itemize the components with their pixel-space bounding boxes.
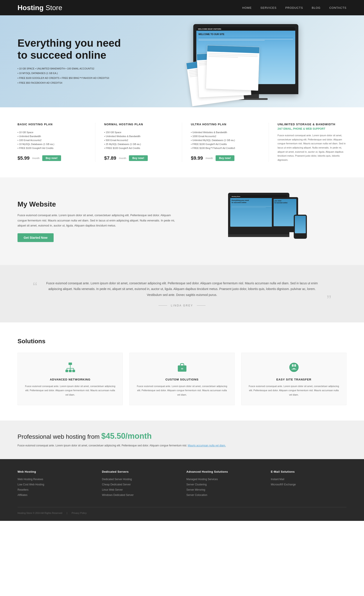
- footer-privacy-link[interactable]: Privacy Policy: [72, 512, 87, 514]
- footer-col-dedicated-servers: Dedicated Servers Dedicated Server Hosti…: [102, 470, 178, 498]
- pricing-divider-1: [95, 123, 95, 162]
- footer-link-managed-hosting[interactable]: Managed Hosting Services: [187, 478, 218, 481]
- footer-link-instant-mail[interactable]: Instant Mail: [271, 478, 284, 481]
- plan-normal-title: NORMAL HOSTING PLAN: [104, 123, 173, 126]
- monitor-screen-content: WELCOME DEAR VISITORS WELCOME TO OUR SIT…: [196, 27, 295, 43]
- footer-link-microsoft-exchange[interactable]: Microsoft® Exchange: [271, 483, 296, 486]
- testimonial-line-left: [159, 305, 167, 305]
- nav-blog[interactable]: BLOG: [312, 6, 320, 9]
- testimonial-author-name: LINDA GREY: [171, 304, 193, 307]
- solution-custom-title: CUSTOM SOLUTIONS: [136, 378, 228, 381]
- promo-subtitle: 24/7 EMAIL, PHONE & WEB SUPPORT: [277, 127, 347, 130]
- footer-copyright: Hosting Store © 2014 All Rights Reserved: [17, 512, 62, 514]
- promo-banner-body: Fusce euismod consequat ante. Lorem ipsu…: [17, 443, 347, 448]
- hero-content: Everything you need to succeed online • …: [17, 37, 121, 86]
- plan-basic-features: 10 GB Space Unlimited Bandwidth 100 Emai…: [17, 130, 87, 150]
- main-nav: HOME SERVICES PRODUCTS BLOG CONTACTS: [242, 6, 347, 9]
- promo-title: UNLIMITED STORAGE & BANDWIDTH: [277, 123, 347, 126]
- solution-transfer-title: EASY SITE TRANSFER: [248, 378, 340, 381]
- svg-rect-2: [69, 370, 72, 372]
- pricing-promo: UNLIMITED STORAGE & BANDWIDTH 24/7 EMAIL…: [277, 123, 347, 162]
- monitor-mockup: WELCOME DEAR VISITORS WELCOME TO OUR SIT…: [176, 20, 316, 103]
- footer-link-server-mirroring[interactable]: Server Mirroring: [187, 488, 205, 491]
- footer-col-web-hosting-heading: Web Hosting: [17, 470, 93, 473]
- logo-bold: Hosting: [17, 4, 44, 12]
- solutions-heading: Solutions: [17, 338, 347, 345]
- my-website-section: My Website Fusce euismod consequat ante.…: [0, 177, 364, 265]
- svg-rect-1: [66, 370, 68, 372]
- nav-home[interactable]: HOME: [242, 6, 252, 9]
- nav-contacts[interactable]: CONTACTS: [329, 6, 347, 9]
- testimonial-quote: “ Fusce euismod consequat ante. Lorem ip…: [44, 280, 320, 298]
- svg-rect-11: [181, 368, 183, 369]
- hero-heading: Everything you need to succeed online: [17, 37, 121, 61]
- solution-card-custom: CUSTOM SOLUTIONS Fusce euismod consequat…: [129, 353, 235, 405]
- nav-services[interactable]: SERVICES: [261, 6, 277, 9]
- footer-divider: |: [66, 512, 67, 514]
- plan-normal-price-row: $7.89 /month Buy now!: [104, 155, 173, 161]
- plan-basic-title: BASIC HOSTING PLAN: [17, 123, 87, 126]
- footer-columns: Web Hosting Web Hosting Reviews Low Cost…: [17, 470, 347, 498]
- promo-banner-heading: Professional web hosting from $45.50/mon…: [17, 432, 347, 441]
- footer-col-email-solutions-heading: E-Mail Solutions: [271, 470, 347, 473]
- solutions-section: Solutions ADVANCED NETWORKING Fusce euis…: [0, 322, 364, 421]
- footer-link-cheap-dedicated-server[interactable]: Cheap Dedicated Server: [102, 483, 131, 486]
- promo-link[interactable]: Mauris accumsan nulla vel diam.: [188, 444, 226, 447]
- plan-ultra-features: Unlimited Websites & Bandwidth 1000 Emai…: [191, 130, 260, 150]
- briefcase-icon: [175, 361, 189, 374]
- solutions-grid: ADVANCED NETWORKING Fusce euismod conseq…: [17, 353, 347, 405]
- pricing-plan-basic: BASIC HOSTING PLAN 10 GB Space Unlimited…: [17, 123, 87, 161]
- logo-light: Store: [44, 4, 62, 12]
- my-website-heading: My Website: [17, 200, 175, 208]
- footer-col-dedicated-servers-heading: Dedicated Servers: [102, 470, 178, 473]
- plan-ultra-buy-button[interactable]: Buy now!: [216, 155, 234, 161]
- footer-link-web-hosting-reviews[interactable]: Web Hosting Reviews: [17, 478, 43, 481]
- svg-rect-15: [294, 364, 296, 367]
- device-tablet-hero: you need to succeed online: [274, 199, 296, 205]
- page-item-3: [205, 45, 260, 91]
- footer-link-linux-web-server[interactable]: Linux Web Server: [102, 488, 123, 491]
- site-header: Hosting Store HOME SERVICES PRODUCTS BLO…: [0, 0, 364, 15]
- footer-col-web-hosting: Web Hosting Web Hosting Reviews Low Cost…: [17, 470, 93, 498]
- plan-basic-price: $5.99: [17, 155, 29, 161]
- footer-link-server-colocation[interactable]: Server Colocation: [187, 493, 207, 497]
- footer-link-resellers[interactable]: Resellers: [17, 488, 29, 491]
- device-phone-screen: [295, 216, 306, 233]
- plan-normal-period: /month: [119, 157, 126, 159]
- device-phone: [294, 215, 307, 239]
- solution-transfer-body: Fusce euismod consequat ante. Lorem ipsu…: [248, 384, 340, 397]
- footer-col-advanced-hosting: Advanced Hosting Solutions Managed Hosti…: [187, 470, 262, 498]
- footer-link-windows-dedicated-server[interactable]: Windows Dedicated Server: [102, 493, 134, 497]
- device-laptop-base: [228, 234, 289, 237]
- site-footer: Web Hosting Web Hosting Reviews Low Cost…: [0, 459, 364, 521]
- promo-banner: Professional web hosting from $45.50/mon…: [0, 421, 364, 459]
- plan-normal-buy-button[interactable]: Buy now!: [129, 155, 148, 161]
- footer-col-dedicated-servers-links: Dedicated Server Hosting Cheap Dedicated…: [102, 477, 178, 497]
- solution-networking-title: ADVANCED NETWORKING: [24, 378, 116, 381]
- testimonial-line-right: [197, 305, 205, 305]
- footer-col-email-solutions-links: Instant Mail Microsoft® Exchange: [271, 477, 347, 486]
- transfer-icon: [287, 361, 300, 374]
- testimonial-section: “ Fusce euismod consequat ante. Lorem ip…: [0, 265, 364, 322]
- my-website-body: Fusce euismod consequat ante. Lorem ipsu…: [17, 213, 175, 228]
- my-website-visual: Hosting Store Everything you need to suc…: [189, 193, 347, 250]
- solution-card-transfer: EASY SITE TRANSFER Fusce euismod consequ…: [241, 353, 347, 405]
- plan-basic-buy-button[interactable]: Buy now!: [42, 155, 61, 161]
- footer-link-low-cost-web-hosting[interactable]: Low Cost Web Hosting: [17, 483, 44, 486]
- footer-col-advanced-hosting-heading: Advanced Hosting Solutions: [187, 470, 262, 473]
- plan-normal-price: $7.89: [104, 155, 116, 161]
- pricing-divider-3: [269, 123, 269, 162]
- promo-price: $45.50/month: [101, 432, 152, 440]
- nav-products[interactable]: PRODUCTS: [285, 6, 303, 9]
- footer-link-affiliates[interactable]: Affiliates: [17, 493, 27, 497]
- footer-link-dedicated-server-hosting[interactable]: Dedicated Server Hosting: [102, 478, 132, 481]
- get-started-button[interactable]: Get Started Now: [17, 233, 54, 242]
- device-tablet-screen: you need to succeed online: [274, 199, 296, 226]
- plan-ultra-period: /month: [205, 157, 213, 159]
- plan-ultra-price: $9.99: [191, 155, 203, 161]
- pricing-plan-normal: NORMAL HOSTING PLAN 150 GB Space Unlimit…: [104, 123, 173, 161]
- hero-section: Everything you need to succeed online • …: [0, 15, 364, 107]
- pricing-plan-ultra: ULTRA HOSTING PLAN Unlimited Websites & …: [191, 123, 260, 161]
- footer-link-server-clustering[interactable]: Server Clustering: [187, 483, 207, 486]
- footer-bottom: Hosting Store © 2014 All Rights Reserved…: [17, 507, 347, 514]
